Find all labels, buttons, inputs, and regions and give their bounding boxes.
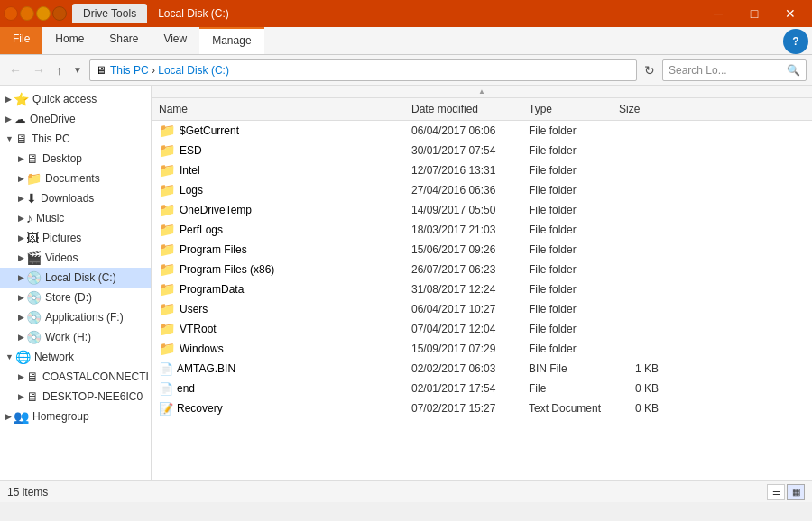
address-bar[interactable]: 🖥 This PC › Local Disk (C:): [89, 59, 637, 81]
expand-icon: ▶: [18, 313, 24, 322]
sidebar-item-local-disk-c[interactable]: ▶ 💿 Local Disk (C:): [0, 268, 151, 288]
sidebar-label-desktop: Desktop: [42, 152, 82, 165]
tab-file[interactable]: File: [0, 27, 42, 54]
network-icon: 🌐: [15, 350, 31, 364]
table-row[interactable]: 📁 Intel 12/07/2016 13:31 File folder: [152, 160, 812, 180]
local-disk-c-icon: 💿: [26, 270, 42, 285]
help-button[interactable]: ?: [783, 29, 808, 54]
window-icon-group: [4, 6, 67, 21]
sidebar-item-coastalconnecti[interactable]: ▶ 🖥 COASTALCONNECTI: [0, 367, 151, 387]
tab-view[interactable]: View: [151, 27, 199, 54]
window-icon-max[interactable]: [36, 6, 51, 21]
file-type: File folder: [521, 242, 612, 258]
view-list-button[interactable]: ☰: [767, 484, 785, 500]
search-bar[interactable]: Search Lo... 🔍: [662, 59, 807, 81]
file-date: 02/02/2017 06:03: [404, 361, 521, 377]
file-date: 26/07/2017 06:23: [404, 261, 521, 278]
window-icon-close[interactable]: [4, 6, 18, 21]
tab-manage[interactable]: Manage: [199, 27, 263, 54]
sidebar-item-documents[interactable]: ▶ 📁 Documents: [0, 169, 151, 188]
table-row[interactable]: 📄 end 02/01/2017 17:54 File 0 KB: [152, 379, 812, 398]
applications-f-icon: 💿: [26, 310, 42, 324]
forward-button[interactable]: →: [29, 61, 49, 79]
file-date: 27/04/2016 06:36: [404, 182, 521, 198]
file-name: Intel: [180, 164, 200, 177]
sidebar-item-videos[interactable]: ▶ 🎬 Videos: [0, 248, 151, 268]
sidebar-item-store-d[interactable]: ▶ 💿 Store (D:): [0, 288, 151, 307]
expand-icon: ▶: [5, 412, 12, 421]
table-row[interactable]: 📁 Users 06/04/2017 10:27 File folder: [152, 299, 812, 319]
sidebar-item-applications-f[interactable]: ▶ 💿 Applications (F:): [0, 307, 151, 327]
col-header-type[interactable]: Type: [521, 100, 612, 118]
table-row[interactable]: 📁 Logs 27/04/2016 06:36 File folder: [152, 180, 812, 200]
col-header-size[interactable]: Size: [612, 100, 666, 118]
sidebar-item-desktop-nee6ic0[interactable]: ▶ 🖥 DESKTOP-NEE6IC0: [0, 387, 151, 407]
table-row[interactable]: 📁 OneDriveTemp 14/09/2017 05:50 File fol…: [152, 200, 812, 220]
sidebar-label-downloads: Downloads: [41, 192, 94, 205]
file-name: Users: [180, 303, 208, 315]
sidebar-label-music: Music: [36, 212, 64, 224]
expand-icon: ▶: [18, 233, 24, 242]
sidebar-item-homegroup[interactable]: ▶ 👥 Homegroup: [0, 407, 151, 426]
sidebar-item-downloads[interactable]: ▶ ⬇ Downloads: [0, 188, 151, 208]
file-type: File folder: [521, 142, 612, 159]
ribbon-tab-row: File Home Share View Manage ?: [0, 27, 812, 54]
table-row[interactable]: 📁 Program Files 15/06/2017 09:26 File fo…: [152, 240, 812, 260]
sidebar-label-store-d: Store (D:): [45, 291, 92, 304]
sidebar-item-music[interactable]: ▶ ♪ Music: [0, 208, 151, 228]
sidebar-item-desktop[interactable]: ▶ 🖥 Desktop: [0, 149, 151, 169]
back-button[interactable]: ←: [5, 61, 25, 79]
tab-share[interactable]: Share: [97, 27, 151, 54]
file-list-header: Name Date modified Type Size: [152, 98, 812, 121]
up-button[interactable]: ↑: [52, 61, 66, 79]
table-row[interactable]: 📁 VTRoot 07/04/2017 12:04 File folder: [152, 319, 812, 339]
table-row[interactable]: 📁 Program Files (x86) 26/07/2017 06:23 F…: [152, 260, 812, 279]
table-row[interactable]: 📁 PerfLogs 18/03/2017 21:03 File folder: [152, 220, 812, 240]
item-count: 15 items: [7, 486, 48, 498]
sidebar-item-network[interactable]: ▼ 🌐 Network: [0, 347, 151, 367]
view-detail-button[interactable]: ▦: [787, 484, 805, 500]
maximize-button[interactable]: □: [736, 0, 772, 27]
desktop-icon: 🖥: [26, 151, 39, 166]
file-size: [612, 268, 666, 271]
minimize-button[interactable]: ─: [700, 0, 736, 27]
close-button[interactable]: ✕: [772, 0, 808, 27]
sidebar-item-this-pc[interactable]: ▼ 🖥 This PC: [0, 129, 151, 149]
sidebar-item-pictures[interactable]: ▶ 🖼 Pictures: [0, 228, 151, 248]
table-row[interactable]: 📁 ProgramData 31/08/2017 12:24 File fold…: [152, 279, 812, 299]
sidebar-item-work-h[interactable]: ▶ 💿 Work (H:): [0, 327, 151, 347]
view-toggle-group: ☰ ▦: [767, 484, 805, 500]
table-row[interactable]: 📁 $GetCurrent 06/04/2017 06:06 File fold…: [152, 121, 812, 141]
file-rows-container: 📁 $GetCurrent 06/04/2017 06:06 File fold…: [152, 121, 812, 418]
onedrive-icon: ☁: [14, 112, 26, 126]
sidebar-item-onedrive[interactable]: ▶ ☁ OneDrive: [0, 109, 151, 129]
file-type: Text Document: [521, 400, 612, 416]
file-list: ▲ Name Date modified Type Size 📁 $GetCur…: [152, 86, 812, 480]
table-row[interactable]: 📁 Windows 15/09/2017 07:29 File folder: [152, 339, 812, 359]
expand-icon: ▶: [18, 194, 24, 203]
table-row[interactable]: 📁 ESD 30/01/2017 07:54 File folder: [152, 141, 812, 160]
table-row[interactable]: 📄 AMTAG.BIN 02/02/2017 06:03 BIN File 1 …: [152, 359, 812, 379]
sidebar-item-quick-access[interactable]: ▶ ⭐ Quick access: [0, 89, 151, 109]
window-controls: ─ □ ✕: [700, 0, 808, 27]
sidebar-label-local-disk-c: Local Disk (C:): [45, 271, 116, 284]
table-row[interactable]: 📝 Recovery 07/02/2017 15:27 Text Documen…: [152, 398, 812, 418]
window-icon-extra[interactable]: [52, 6, 67, 21]
expand-icon: ▶: [18, 214, 24, 223]
col-header-date[interactable]: Date modified: [404, 100, 521, 118]
window-icon-min[interactable]: [20, 6, 34, 21]
tab-window-title: Local Disk (C:): [147, 4, 240, 23]
refresh-button[interactable]: ↻: [641, 61, 659, 79]
col-header-name[interactable]: Name: [152, 100, 404, 118]
sidebar: ▶ ⭐ Quick access ▶ ☁ OneDrive ▼ 🖥 This P…: [0, 86, 152, 480]
file-date: 07/02/2017 15:27: [404, 400, 521, 416]
tab-home[interactable]: Home: [42, 27, 97, 54]
pictures-icon: 🖼: [26, 231, 39, 245]
tab-drive-tools[interactable]: Drive Tools: [72, 4, 147, 23]
videos-icon: 🎬: [26, 251, 42, 265]
file-size: [612, 307, 666, 311]
file-name: ESD: [180, 144, 202, 157]
expand-arrow-btn[interactable]: ▼: [69, 63, 86, 77]
expand-icon: ▼: [5, 134, 14, 143]
file-icon: 📄: [159, 362, 173, 376]
